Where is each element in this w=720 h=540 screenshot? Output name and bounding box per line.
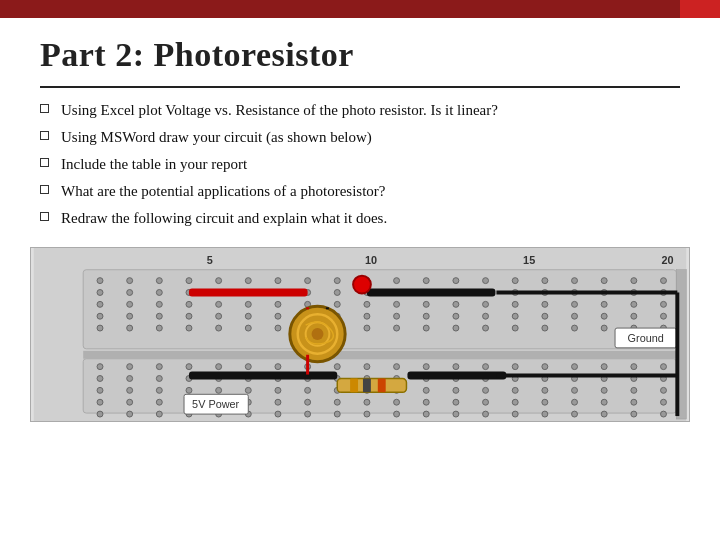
- svg-point-19: [423, 278, 429, 284]
- svg-point-124: [572, 364, 578, 370]
- svg-point-194: [275, 411, 281, 417]
- svg-point-52: [216, 301, 222, 307]
- svg-point-152: [216, 387, 222, 393]
- svg-point-160: [453, 387, 459, 393]
- svg-point-23: [542, 278, 548, 284]
- svg-point-69: [127, 313, 133, 319]
- svg-point-53: [245, 301, 251, 307]
- svg-point-56: [334, 301, 340, 307]
- svg-point-64: [572, 301, 578, 307]
- svg-rect-218: [350, 378, 358, 392]
- svg-point-58: [394, 301, 400, 307]
- svg-point-27: [661, 278, 667, 284]
- svg-point-26: [631, 278, 637, 284]
- svg-point-202: [512, 411, 518, 417]
- svg-point-61: [483, 301, 489, 307]
- svg-point-83: [542, 313, 548, 319]
- svg-point-14: [275, 278, 281, 284]
- svg-point-183: [542, 399, 548, 405]
- svg-point-88: [97, 325, 103, 331]
- svg-point-206: [631, 411, 637, 417]
- svg-point-201: [483, 411, 489, 417]
- svg-rect-219: [363, 378, 371, 392]
- svg-point-148: [97, 387, 103, 393]
- svg-point-68: [97, 313, 103, 319]
- svg-point-127: [661, 364, 667, 370]
- list-item: What are the potential applications of a…: [40, 181, 680, 202]
- svg-point-11: [186, 278, 192, 284]
- svg-point-163: [542, 387, 548, 393]
- svg-point-63: [542, 301, 548, 307]
- svg-point-100: [453, 325, 459, 331]
- svg-point-91: [186, 325, 192, 331]
- svg-point-151: [186, 387, 192, 393]
- svg-point-105: [601, 325, 607, 331]
- title-divider: [40, 86, 680, 88]
- svg-point-187: [661, 399, 667, 405]
- svg-rect-208: [189, 289, 308, 297]
- svg-point-97: [364, 325, 370, 331]
- svg-point-200: [453, 411, 459, 417]
- svg-point-189: [127, 411, 133, 417]
- svg-point-150: [156, 387, 162, 393]
- svg-point-119: [423, 364, 429, 370]
- svg-point-165: [601, 387, 607, 393]
- svg-point-65: [601, 301, 607, 307]
- svg-point-22: [512, 278, 518, 284]
- svg-point-103: [542, 325, 548, 331]
- svg-point-188: [97, 411, 103, 417]
- svg-point-169: [127, 399, 133, 405]
- svg-point-87: [661, 313, 667, 319]
- svg-point-185: [601, 399, 607, 405]
- svg-point-178: [394, 399, 400, 405]
- svg-point-82: [512, 313, 518, 319]
- svg-text:5: 5: [207, 254, 213, 266]
- svg-text:5V Power: 5V Power: [192, 398, 239, 410]
- svg-point-29: [127, 290, 133, 296]
- svg-point-207: [661, 411, 667, 417]
- list-item: Using Excel plot Voltage vs. Resistance …: [40, 100, 680, 121]
- svg-point-149: [127, 387, 133, 393]
- svg-point-161: [483, 387, 489, 393]
- svg-point-13: [245, 278, 251, 284]
- svg-point-62: [512, 301, 518, 307]
- svg-point-180: [453, 399, 459, 405]
- bullet-text: Redraw the following circuit and explain…: [61, 208, 387, 229]
- list-item: Include the table in your report: [40, 154, 680, 175]
- breadboard-svg: 5 10 15 20: [31, 248, 689, 421]
- svg-point-101: [483, 325, 489, 331]
- title-area: Part 2: Photoresistor: [0, 18, 720, 82]
- svg-text:10: 10: [365, 254, 377, 266]
- svg-point-66: [631, 301, 637, 307]
- svg-point-21: [483, 278, 489, 284]
- svg-point-10: [156, 278, 162, 284]
- svg-point-125: [601, 364, 607, 370]
- svg-point-89: [127, 325, 133, 331]
- svg-point-210: [353, 276, 371, 294]
- svg-point-59: [423, 301, 429, 307]
- svg-point-77: [364, 313, 370, 319]
- svg-point-204: [572, 411, 578, 417]
- svg-point-85: [601, 313, 607, 319]
- svg-point-93: [245, 325, 251, 331]
- bullet-icon: [40, 212, 49, 221]
- svg-point-108: [97, 364, 103, 370]
- svg-point-186: [631, 399, 637, 405]
- bullet-text: Using Excel plot Voltage vs. Resistance …: [61, 100, 498, 121]
- svg-point-203: [542, 411, 548, 417]
- svg-point-92: [216, 325, 222, 331]
- svg-point-181: [483, 399, 489, 405]
- svg-point-176: [334, 399, 340, 405]
- svg-point-73: [245, 313, 251, 319]
- bullet-icon: [40, 158, 49, 167]
- svg-point-198: [394, 411, 400, 417]
- svg-point-130: [156, 376, 162, 382]
- svg-point-71: [186, 313, 192, 319]
- svg-point-86: [631, 313, 637, 319]
- svg-point-190: [156, 411, 162, 417]
- svg-point-111: [186, 364, 192, 370]
- svg-point-48: [97, 301, 103, 307]
- svg-rect-7: [83, 351, 676, 359]
- svg-point-166: [631, 387, 637, 393]
- svg-point-117: [364, 364, 370, 370]
